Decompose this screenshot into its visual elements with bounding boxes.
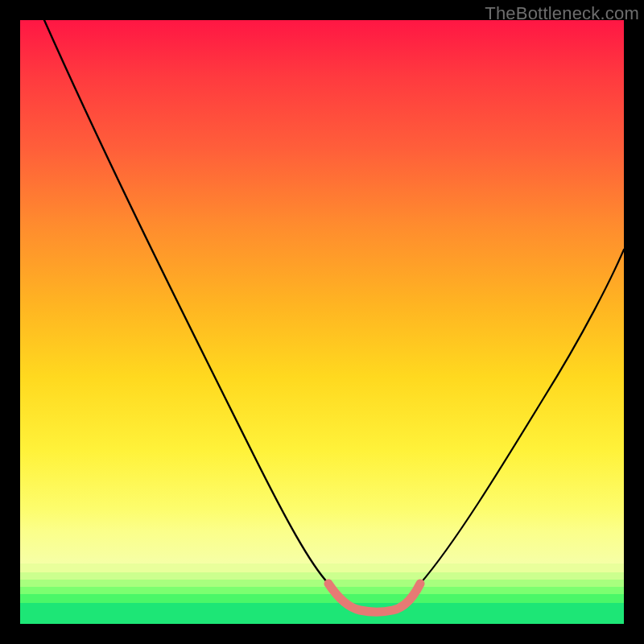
curve-svg — [20, 20, 624, 624]
watermark-text: TheBottleneck.com — [485, 3, 639, 24]
bottleneck-curve-left — [44, 20, 328, 584]
chart-frame: TheBottleneck.com — [0, 0, 644, 644]
curve-layer — [44, 20, 624, 612]
plot-area — [20, 20, 624, 624]
bottleneck-accent — [328, 584, 420, 612]
bottleneck-curve-right — [420, 250, 624, 584]
